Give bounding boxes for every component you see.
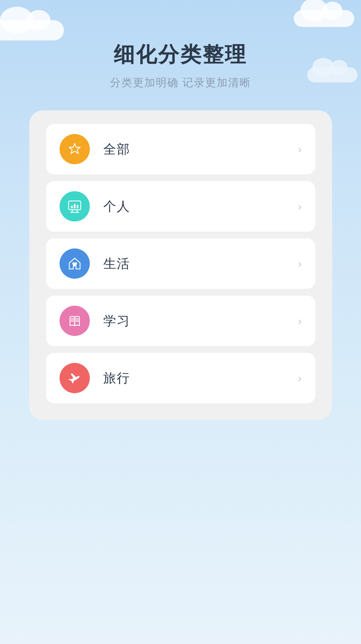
- category-card-life[interactable]: 生活 ›: [46, 238, 315, 289]
- travel-icon-circle: [60, 363, 90, 393]
- home-heart-icon: [67, 256, 83, 272]
- svg-line-10: [71, 321, 74, 321]
- category-label-personal: 个人: [103, 198, 130, 215]
- chevron-study: ›: [298, 315, 302, 327]
- svg-rect-5: [71, 206, 73, 208]
- page-header: 细化分类整理 分类更加明确 记录更加清晰: [110, 40, 251, 90]
- chevron-all: ›: [298, 143, 302, 156]
- card-left-personal: 个人: [60, 191, 130, 222]
- chart-icon: [67, 198, 83, 214]
- category-label-study: 学习: [103, 312, 130, 330]
- category-label-travel: 旅行: [103, 370, 130, 387]
- chevron-personal: ›: [298, 200, 302, 213]
- svg-line-8: [71, 318, 74, 319]
- category-list: 全部 ›: [29, 110, 332, 420]
- svg-rect-6: [74, 204, 75, 208]
- category-card-all[interactable]: 全部 ›: [46, 124, 315, 174]
- card-left-life: 生活: [60, 248, 130, 279]
- page-title: 细化分类整理: [110, 40, 251, 69]
- card-left-study: 学习: [60, 306, 130, 336]
- category-card-personal[interactable]: 个人 ›: [46, 181, 315, 232]
- card-left-all: 全部: [60, 134, 130, 164]
- page-subtitle: 分类更加明确 记录更加清晰: [110, 75, 251, 90]
- category-label-life: 生活: [103, 255, 130, 272]
- chevron-travel: ›: [298, 372, 302, 384]
- svg-line-9: [71, 320, 74, 320]
- card-left-travel: 旅行: [60, 363, 130, 393]
- all-icon-circle: [60, 134, 90, 164]
- plane-icon: [67, 370, 83, 386]
- study-icon-circle: [60, 306, 90, 336]
- chevron-life: ›: [298, 258, 302, 270]
- svg-line-11: [76, 318, 78, 319]
- svg-line-12: [76, 320, 78, 320]
- category-card-travel[interactable]: 旅行 ›: [46, 353, 315, 403]
- svg-rect-7: [77, 205, 78, 208]
- category-label-all: 全部: [103, 141, 130, 158]
- svg-line-13: [76, 321, 78, 321]
- life-icon-circle: [60, 248, 90, 279]
- book-icon: [67, 313, 83, 329]
- star-outline-icon: [67, 141, 83, 157]
- category-card-study[interactable]: 学习 ›: [46, 296, 315, 346]
- personal-icon-circle: [60, 191, 90, 222]
